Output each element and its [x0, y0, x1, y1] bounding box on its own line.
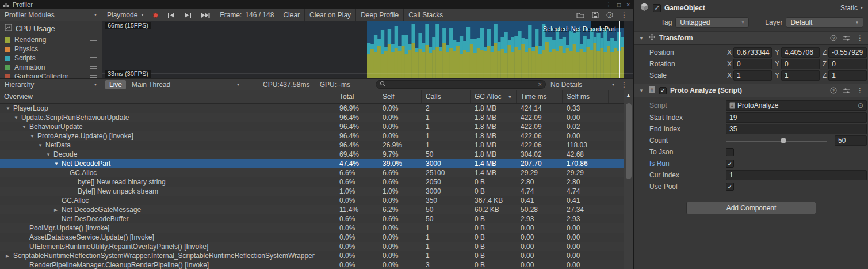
scale-y-field[interactable]: 1 [781, 70, 820, 81]
presets-icon[interactable] [843, 35, 850, 41]
window-close-icon[interactable]: × [626, 2, 630, 8]
object-picker-icon[interactable]: ⊙ [858, 101, 863, 109]
component-menu-icon[interactable]: ⋮ [856, 86, 863, 94]
module-drag-handle[interactable] [90, 57, 97, 59]
table-row[interactable]: ▼ Net DecodePart 47.4% 39.0% 3000 1.4 MB… [0, 159, 624, 168]
layer-dropdown[interactable]: Default ▼ [786, 17, 863, 28]
module-legend-item[interactable]: Scripts [0, 54, 102, 63]
table-row[interactable]: AssetDatabaseService.Update() [Invoke] 0… [0, 233, 624, 242]
table-scrollbar[interactable]: ▲ [624, 90, 633, 269]
profiler-titlebar[interactable]: Profiler ⋮ □ × [0, 0, 633, 9]
table-row[interactable]: byte[] New read binary string 0.6% 0.6% … [0, 177, 624, 187]
clear-search-icon[interactable]: × [538, 81, 542, 88]
column-header-total[interactable]: Total [335, 90, 378, 103]
end-index-field[interactable]: 35 [726, 124, 867, 134]
rotation-x-field[interactable]: 0 [733, 59, 772, 69]
rotation-z-field[interactable]: 0 [828, 59, 867, 69]
foldout-icon[interactable]: ▶ [54, 207, 62, 213]
table-row[interactable]: RenderPipelineManager.CleanupRenderPipel… [0, 260, 624, 269]
static-dropdown[interactable]: Static ▼ [840, 4, 863, 12]
column-header-self-ms[interactable]: Self ms [563, 90, 609, 103]
clear-button[interactable]: Clear [278, 9, 304, 21]
foldout-icon[interactable]: ▼ [639, 88, 645, 93]
foldout-icon[interactable]: ▼ [38, 143, 45, 148]
scrollbar-up-icon[interactable]: ▲ [624, 90, 633, 100]
hierarchy-menu-icon[interactable]: ⋮ [620, 81, 633, 89]
column-header-self[interactable]: Self [378, 90, 422, 103]
current-frame-button[interactable] [196, 9, 215, 21]
table-row[interactable]: ▶ Net DecodeGateMessage 11.4% 6.2% 50 60… [0, 205, 624, 214]
is-run-checkbox[interactable]: ✓ [726, 160, 734, 168]
table-row[interactable]: GC.Alloc 0.0% 0.0% 350 367.4 KB 0.41 0.4… [0, 196, 624, 205]
module-drag-handle[interactable] [90, 75, 97, 78]
table-row[interactable]: PoolMgr.Update() [Invoke] 0.0% 0.0% 1 0 … [0, 223, 624, 233]
clear-on-play-toggle[interactable]: Clear on Play [305, 9, 355, 21]
position-y-field[interactable]: 4.405706 [781, 47, 820, 58]
foldout-icon[interactable]: ▶ [6, 253, 13, 259]
module-legend-item[interactable]: Animation [0, 63, 102, 72]
slider-thumb[interactable] [781, 138, 786, 143]
view-mode-dropdown[interactable]: Hierarchy ▼ [0, 79, 102, 90]
table-row[interactable]: UIElementsRuntimeUtility.RepaintOverlayP… [0, 242, 624, 251]
toolbar-menu-icon[interactable]: ⋮ [621, 11, 628, 19]
module-drag-handle[interactable] [90, 48, 97, 50]
foldout-icon[interactable]: ▼ [46, 152, 53, 157]
gameobject-name[interactable]: GameObject [664, 4, 705, 12]
details-dropdown[interactable]: No Details ▼ [546, 81, 620, 89]
presets-icon[interactable] [843, 88, 850, 93]
column-header-gc-alloc[interactable]: GC Alloc▼ [471, 90, 517, 103]
table-row[interactable]: ▼ PlayerLoop 96.9% 0.0% 2 1.8 MB 424.14 … [0, 104, 624, 113]
table-row[interactable]: ▼ BehaviourUpdate 96.4% 0.0% 1 1.8 MB 42… [0, 122, 624, 131]
cur-index-field[interactable]: 1 [726, 170, 867, 180]
help-icon[interactable]: ? [830, 87, 837, 94]
use-pool-checkbox[interactable]: ✓ [726, 183, 734, 191]
foldout-icon[interactable]: ▼ [54, 161, 62, 166]
foldout-icon[interactable]: ▼ [30, 134, 37, 139]
table-row[interactable]: Net DesDecodeBuffer 0.6% 0.6% 50 0 B 2.9… [0, 214, 624, 223]
transform-header[interactable]: ▼ Transform ? ⋮ [634, 31, 868, 45]
help-icon[interactable]: ? [606, 12, 613, 18]
to-json-checkbox[interactable] [726, 148, 734, 156]
cpu-usage-header[interactable]: CPU Usage [0, 21, 102, 35]
script-field[interactable]: # ProtoAnalyze ⊙ [726, 100, 867, 111]
module-legend-item[interactable]: Rendering [0, 35, 102, 44]
deep-profile-toggle[interactable]: Deep Profile [356, 9, 403, 21]
component-menu-icon[interactable]: ⋮ [856, 34, 863, 42]
save-profile-icon[interactable] [592, 12, 599, 18]
table-row[interactable]: Byte[] New unpack stream 1.0% 1.0% 3000 … [0, 187, 624, 196]
start-index-field[interactable]: 19 [726, 112, 867, 123]
component-enabled-checkbox[interactable]: ✓ [659, 87, 667, 94]
module-drag-handle[interactable] [90, 66, 97, 69]
help-icon[interactable]: ? [830, 35, 837, 41]
count-value-field[interactable]: 50 [835, 135, 867, 146]
call-stacks-dropdown[interactable]: Call Stacks [404, 9, 448, 21]
foldout-icon[interactable]: ▼ [6, 106, 13, 111]
foldout-icon[interactable]: ▼ [639, 36, 645, 41]
table-row[interactable]: ▼ Update.ScriptRunBehaviourUpdate 96.4% … [0, 113, 624, 122]
column-header-overview[interactable]: Overview [0, 90, 335, 103]
position-x-field[interactable]: 0.6733344 [733, 47, 772, 58]
rotation-y-field[interactable]: 0 [781, 59, 820, 69]
count-slider[interactable] [726, 135, 830, 146]
table-row[interactable]: GC.Alloc 6.6% 6.6% 25100 1.4 MB 29.29 29… [0, 168, 624, 177]
live-toggle[interactable]: Live [105, 80, 126, 89]
profiler-modules-dropdown[interactable]: Profiler Modules ▼ [0, 9, 102, 21]
module-legend-item[interactable]: GarbageCollector [0, 72, 102, 78]
thread-dropdown[interactable]: Main Thread ▼ [128, 81, 243, 89]
position-z-field[interactable]: -0.557929 [828, 47, 867, 58]
table-row[interactable]: ▼ Decode 69.4% 9.7% 50 1.8 MB 304.02 42.… [0, 150, 624, 159]
window-maximize-icon[interactable]: □ [617, 2, 621, 8]
add-component-button[interactable]: Add Component [686, 202, 816, 214]
gameobject-active-checkbox[interactable]: ✓ [653, 4, 661, 12]
search-input[interactable] [388, 81, 536, 89]
record-button[interactable] [148, 9, 163, 21]
cpu-chart[interactable]: 66ms (15FPS) 33ms (30FPS) Selected: Net … [102, 21, 633, 78]
scale-z-field[interactable]: 1 [828, 70, 867, 81]
window-menu-icon[interactable]: ⋮ [606, 2, 611, 8]
table-row[interactable]: ▼ NetData 96.4% 26.9% 1 1.8 MB 422.06 11… [0, 141, 624, 150]
module-legend-item[interactable]: Physics [0, 44, 102, 54]
table-row[interactable]: ▼ ProtoAnalyze.Update() [Invoke] 96.4% 0… [0, 131, 624, 141]
search-field[interactable]: × [376, 80, 546, 89]
scale-x-field[interactable]: 1 [733, 70, 772, 81]
column-header-calls[interactable]: Calls [422, 90, 471, 103]
